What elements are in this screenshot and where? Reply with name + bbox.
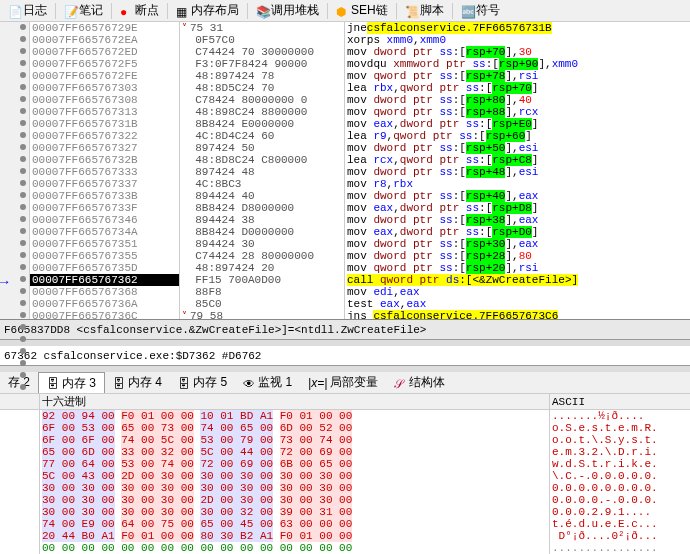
ascii-row[interactable]: o.S.e.s.t.e.m.R. xyxy=(550,422,690,434)
address-cell[interactable]: 00007FF665767313 xyxy=(30,106,179,118)
breakpoint-dot[interactable] xyxy=(20,108,26,114)
bytes-cell[interactable]: 4C:8BC3 xyxy=(180,178,344,190)
bytes-cell[interactable]: ˅75 31 xyxy=(180,22,344,34)
breakpoint-dot[interactable] xyxy=(20,132,26,138)
breakpoint-dot[interactable] xyxy=(20,84,26,90)
bytes-cell[interactable]: 897424 48 xyxy=(180,166,344,178)
address-cell[interactable]: 00007FF66576735D xyxy=(30,262,179,274)
breakpoint-dot[interactable] xyxy=(20,180,26,186)
breakpoint-dot[interactable] xyxy=(20,252,26,258)
bytes-cell[interactable]: C74424 28 80000000 xyxy=(180,250,344,262)
ascii-row[interactable]: ................ xyxy=(550,542,690,554)
breakpoint-dot[interactable] xyxy=(20,240,26,246)
disasm-cell[interactable]: mov eax,dword ptr ss:[rsp+D8] xyxy=(345,202,690,214)
bytes-cell[interactable]: 0F57C0 xyxy=(180,34,344,46)
hex-row[interactable]: 6F 00 53 00 65 00 73 00 74 00 65 00 6D 0… xyxy=(40,422,549,434)
disasm-cell[interactable]: mov r8,rbx xyxy=(345,178,690,190)
breakpoint-dot[interactable] xyxy=(20,384,26,390)
memtab-struct[interactable]: 𝒮结构体 xyxy=(386,372,453,393)
disasm-cell[interactable]: mov dword ptr ss:[rsp+30],eax xyxy=(345,238,690,250)
memtab-watch[interactable]: 👁监视 1 xyxy=(235,372,300,393)
bytes-cell[interactable]: FF15 700A0D00 xyxy=(180,274,344,286)
bytes-cell[interactable]: 894424 38 xyxy=(180,214,344,226)
breakpoint-dot[interactable] xyxy=(20,120,26,126)
bytes-cell[interactable]: 894424 30 xyxy=(180,238,344,250)
address-cell[interactable]: 00007FF6657672ED xyxy=(30,46,179,58)
address-cell[interactable]: 00007FF66576731B xyxy=(30,118,179,130)
bytes-cell[interactable]: 8B8424 D0000000 xyxy=(180,226,344,238)
address-cell[interactable]: 00007FF665767303 xyxy=(30,82,179,94)
disasm-cell[interactable]: mov qword ptr ss:[rsp+78],rsi xyxy=(345,70,690,82)
disasm-cell[interactable]: movdqu xmmword ptr ss:[rsp+90],xmm0 xyxy=(345,58,690,70)
ascii-row[interactable]: D°¡ð....0²¡ð... xyxy=(550,530,690,542)
address-column[interactable]: 00007FF66576729E00007FF6657672EA00007FF6… xyxy=(30,22,180,319)
address-cell[interactable]: 00007FF6657672EA xyxy=(30,34,179,46)
ascii-row[interactable]: t.é.d.u.e.E.c... xyxy=(550,518,690,530)
breakpoint-dot[interactable] xyxy=(20,264,26,270)
disasm-cell[interactable]: mov dword ptr ss:[rsp+40],eax xyxy=(345,190,690,202)
disasm-cell[interactable]: jnecsfalconservice.7FF66576731B xyxy=(345,22,690,34)
bytes-cell[interactable]: 88F8 xyxy=(180,286,344,298)
bytes-cell[interactable]: ˅79 58 xyxy=(180,310,344,319)
memtab-4[interactable]: 🗄内存 4 xyxy=(105,372,170,393)
address-cell[interactable]: 00007FF665767355 xyxy=(30,250,179,262)
ascii-row[interactable]: \.C.-.0.0.0.0.0. xyxy=(550,470,690,482)
bytes-cell[interactable]: 48:8D8C24 C800000 xyxy=(180,154,344,166)
ascii-row[interactable]: 0.0.0.0.-.0.0.0. xyxy=(550,494,690,506)
tab-callstack[interactable]: 📚调用堆栈 xyxy=(248,0,327,21)
ascii-row[interactable]: 0.0.0.2.9.1.... xyxy=(550,506,690,518)
breakpoint-dot[interactable] xyxy=(20,300,26,306)
address-cell[interactable]: 00007FF665767362 xyxy=(30,274,179,286)
bytes-cell[interactable]: 8B8424 E0000000 xyxy=(180,118,344,130)
memory-dump[interactable]: 十六进制 92 00 94 00 F0 01 00 00 10 01 BD A1… xyxy=(0,394,690,554)
breakpoint-dot[interactable] xyxy=(20,216,26,222)
breakpoint-dot[interactable] xyxy=(20,360,26,366)
address-cell[interactable]: 00007FF665767351 xyxy=(30,238,179,250)
address-cell[interactable]: 00007FF665767327 xyxy=(30,142,179,154)
address-cell[interactable]: 00007FF66576734A xyxy=(30,226,179,238)
memtab-3[interactable]: 🗄内存 3 xyxy=(38,372,105,393)
bytes-cell[interactable]: 48:8D5C24 70 xyxy=(180,82,344,94)
bytes-cell[interactable]: 48:897424 20 xyxy=(180,262,344,274)
ascii-row[interactable]: .......½¡ð.... xyxy=(550,410,690,422)
disasm-cell[interactable]: lea rbx,qword ptr ss:[rsp+70] xyxy=(345,82,690,94)
disasm-cell[interactable]: mov dword ptr ss:[rsp+28],80 xyxy=(345,250,690,262)
address-cell[interactable]: 00007FF66576732B xyxy=(30,154,179,166)
hex-row[interactable]: 6F 00 6F 00 74 00 5C 00 53 00 79 00 73 0… xyxy=(40,434,549,446)
breakpoint-dot[interactable] xyxy=(20,324,26,330)
disasm-cell[interactable]: mov dword ptr ss:[rsp+38],eax xyxy=(345,214,690,226)
breakpoint-dot[interactable] xyxy=(20,348,26,354)
disasm-cell[interactable]: test eax,eax xyxy=(345,298,690,310)
bytes-cell[interactable]: 48:897424 78 xyxy=(180,70,344,82)
disasm-cell[interactable]: mov edi,eax xyxy=(345,286,690,298)
hex-row[interactable]: 77 00 64 00 53 00 74 00 72 00 69 00 6B 0… xyxy=(40,458,549,470)
ascii-row[interactable]: e.m.3.2.\.D.r.i. xyxy=(550,446,690,458)
hex-row[interactable]: 65 00 6D 00 33 00 32 00 5C 00 44 00 72 0… xyxy=(40,446,549,458)
bytes-cell[interactable]: C74424 70 30000000 xyxy=(180,46,344,58)
breakpoint-dot[interactable] xyxy=(20,48,26,54)
address-cell[interactable]: 00007FF665767308 xyxy=(30,94,179,106)
disasm-cell[interactable]: call qword ptr ds:[<&ZwCreateFile>] xyxy=(345,274,690,286)
breakpoint-dot[interactable] xyxy=(20,288,26,294)
disasm-cell[interactable]: mov eax,dword ptr ss:[rsp+E0] xyxy=(345,118,690,130)
bytes-cell[interactable]: 85C0 xyxy=(180,298,344,310)
breakpoint-dot[interactable] xyxy=(20,168,26,174)
hex-row[interactable]: 30 00 30 00 30 00 30 00 30 00 30 00 30 0… xyxy=(40,482,549,494)
bytes-cell[interactable]: C78424 80000000 0 xyxy=(180,94,344,106)
hex-row[interactable]: 74 00 E9 00 64 00 75 00 65 00 45 00 63 0… xyxy=(40,518,549,530)
disasm-cell[interactable]: mov dword ptr ss:[rsp+48],esi xyxy=(345,166,690,178)
address-cell[interactable]: 00007FF665767346 xyxy=(30,214,179,226)
breakpoint-dot[interactable] xyxy=(20,156,26,162)
ascii-row[interactable]: w.d.S.t.r.i.k.e. xyxy=(550,458,690,470)
tab-log[interactable]: 📄日志 xyxy=(0,0,55,21)
bytes-column[interactable]: ˅75 31 0F57C0 C74424 70 30000000 F3:0F7F… xyxy=(180,22,345,319)
bytes-cell[interactable]: 894424 40 xyxy=(180,190,344,202)
disasm-cell[interactable]: mov dword ptr ss:[rsp+80],40 xyxy=(345,94,690,106)
disasm-cell[interactable]: mov dword ptr ss:[rsp+50],esi xyxy=(345,142,690,154)
address-cell[interactable]: 00007FF665767322 xyxy=(30,130,179,142)
breakpoint-dot[interactable] xyxy=(20,312,26,318)
address-cell[interactable]: 00007FF66576733F xyxy=(30,202,179,214)
address-cell[interactable]: 00007FF66576733B xyxy=(30,190,179,202)
address-cell[interactable]: 00007FF66576729E xyxy=(30,22,179,34)
address-cell[interactable]: 00007FF665767337 xyxy=(30,178,179,190)
